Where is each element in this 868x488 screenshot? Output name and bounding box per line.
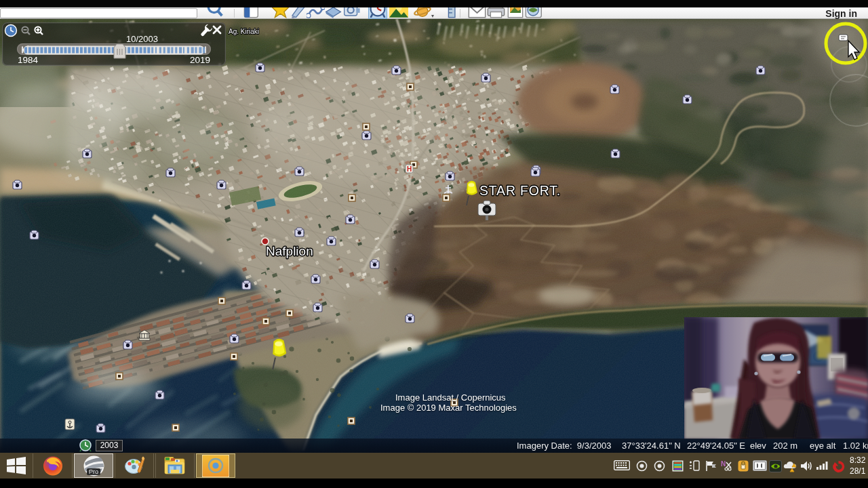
svg-text:H: H — [407, 165, 412, 173]
svg-text:1984: 1984 — [18, 55, 39, 65]
svg-text:Nafplion: Nafplion — [266, 244, 313, 258]
svg-text:Ag. Kiriaki: Ag. Kiriaki — [229, 28, 259, 35]
svg-text:N: N — [721, 460, 726, 468]
svg-text:STAR FORT.: STAR FORT. — [479, 183, 561, 198]
svg-text:10/2003: 10/2003 — [126, 34, 158, 44]
svg-text:2019: 2019 — [190, 55, 210, 65]
